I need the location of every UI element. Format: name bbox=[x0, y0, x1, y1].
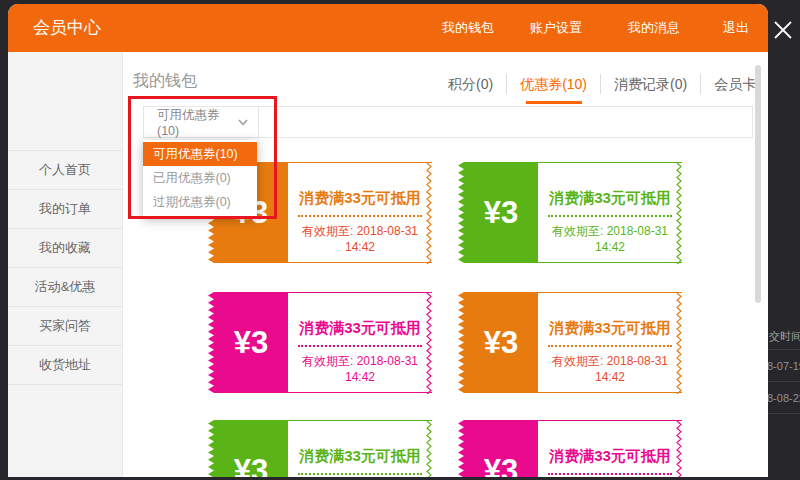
coupon-card: ¥3 消费满33元可抵用 有效期至: 2018-08-31 14:42 bbox=[458, 162, 688, 263]
coupon-divider bbox=[548, 473, 672, 475]
coupon-amount-block: ¥3 bbox=[464, 420, 538, 477]
dropdown-option-available-coupons[interactable]: 可用优惠券(10) bbox=[143, 142, 257, 166]
coupon-desc: 消费满33元可抵用 bbox=[288, 189, 432, 208]
modal-title: 会员中心 bbox=[33, 4, 101, 52]
sidebar-item-activities-promos[interactable]: 活动&优惠 bbox=[8, 268, 122, 307]
coupon-card: ¥3 消费满33元可抵用 有效期至: 2018-08-31 14:42 bbox=[458, 420, 688, 477]
coupon-details: 消费满33元可抵用 有效期至: 2018-08-31 14:42 bbox=[538, 162, 682, 263]
nav-item-account-settings[interactable]: 账户设置 bbox=[530, 4, 582, 52]
coupon-amount-block: ¥3 bbox=[214, 420, 288, 477]
sidebar-item-buyer-qa[interactable]: 买家问答 bbox=[8, 307, 122, 346]
tab-purchase-history[interactable]: 消费记录(0) bbox=[600, 74, 700, 94]
modal-header: 会员中心 我的钱包 账户设置 我的消息 退出 bbox=[8, 4, 768, 52]
coupon-filter-select[interactable]: 可用优惠券(10) bbox=[144, 107, 259, 137]
coupon-desc: 消费满33元可抵用 bbox=[288, 319, 432, 338]
coupon-card: ¥3 消费满33元可抵用 有效期至: 2018-08-31 14:42 bbox=[458, 292, 688, 393]
coupon-details: 消费满33元可抵用 有效期至: 2018-08-31 14:42 bbox=[538, 292, 682, 393]
coupon-divider bbox=[298, 345, 422, 347]
close-icon bbox=[773, 20, 793, 40]
coupon-validity: 有效期至: 2018-08-31 14:42 bbox=[538, 223, 682, 254]
nav-item-my-wallet[interactable]: 我的钱包 bbox=[442, 4, 494, 52]
coupon-validity: 有效期至: 2018-08-31 14:42 bbox=[538, 353, 682, 384]
scrollbar-thumb[interactable] bbox=[755, 65, 761, 303]
coupon-desc: 消费满33元可抵用 bbox=[538, 447, 682, 466]
tab-coupons[interactable]: 优惠券(10) bbox=[506, 74, 600, 94]
coupon-filter-dropdown-menu: 可用优惠券(10) 已用优惠券(0) 过期优惠券(0) bbox=[143, 140, 257, 218]
coupon-divider bbox=[548, 345, 672, 347]
coupon-amount: ¥3 bbox=[484, 325, 518, 361]
dropdown-option-expired-coupons[interactable]: 过期优惠券(0) bbox=[143, 190, 257, 214]
coupon-details: 消费满33元可抵用 有效期至: 2018-08-31 14:42 bbox=[288, 292, 432, 393]
coupon-amount: ¥3 bbox=[234, 325, 268, 361]
close-button[interactable] bbox=[769, 16, 797, 44]
background-table-cell: 8-08-22 bbox=[767, 392, 800, 404]
sidebar: 个人首页 我的订单 我的收藏 活动&优惠 买家问答 收货地址 bbox=[8, 52, 123, 477]
coupon-card: ¥3 消费满33元可抵用 有效期至: 2018-08-31 14:42 bbox=[208, 420, 438, 477]
coupon-amount-block: ¥3 bbox=[464, 292, 538, 393]
coupon-validity: 有效期至: 2018-08-31 14:42 bbox=[288, 353, 432, 384]
sidebar-menu: 个人首页 我的订单 我的收藏 活动&优惠 买家问答 收货地址 bbox=[8, 150, 122, 385]
chevron-down-icon bbox=[238, 119, 248, 126]
dropdown-option-used-coupons[interactable]: 已用优惠券(0) bbox=[143, 166, 257, 190]
background-table-divider bbox=[766, 349, 800, 350]
coupon-details: 消费满33元可抵用 有效期至: 2018-08-31 14:42 bbox=[538, 420, 682, 477]
coupon-filter-selected-value: 可用优惠券(10) bbox=[144, 107, 238, 138]
background-table-divider bbox=[766, 413, 800, 414]
coupon-details: 消费满33元可抵用 有效期至: 2018-08-31 14:42 bbox=[288, 420, 432, 477]
sidebar-item-profile-home[interactable]: 个人首页 bbox=[8, 150, 122, 190]
nav-item-logout[interactable]: 退出 bbox=[723, 4, 749, 52]
coupon-divider bbox=[298, 215, 422, 217]
background-table-header: 交时间 bbox=[769, 329, 800, 344]
sidebar-item-my-orders[interactable]: 我的订单 bbox=[8, 190, 122, 229]
nav-item-my-messages[interactable]: 我的消息 bbox=[628, 4, 680, 52]
coupon-amount: ¥3 bbox=[484, 195, 518, 231]
coupon-amount: ¥3 bbox=[234, 453, 268, 478]
coupon-amount: ¥3 bbox=[484, 453, 518, 478]
coupon-amount-block: ¥3 bbox=[214, 292, 288, 393]
coupon-amount-block: ¥3 bbox=[464, 162, 538, 263]
coupon-divider bbox=[548, 215, 672, 217]
coupon-divider bbox=[298, 473, 422, 475]
background-table-cell: 8-07-19 bbox=[767, 360, 800, 372]
coupon-desc: 消费满33元可抵用 bbox=[538, 319, 682, 338]
coupon-validity: 有效期至: 2018-08-31 14:42 bbox=[288, 223, 432, 254]
background-table-divider bbox=[766, 381, 800, 382]
page-title: 我的钱包 bbox=[133, 71, 197, 92]
sidebar-item-shipping-address[interactable]: 收货地址 bbox=[8, 346, 122, 385]
coupon-details: 消费满33元可抵用 有效期至: 2018-08-31 14:42 bbox=[288, 162, 432, 263]
sidebar-item-my-favorites[interactable]: 我的收藏 bbox=[8, 229, 122, 268]
coupon-card: ¥3 消费满33元可抵用 有效期至: 2018-08-31 14:42 bbox=[208, 292, 438, 393]
tab-points[interactable]: 积分(0) bbox=[435, 74, 506, 94]
coupon-desc: 消费满33元可抵用 bbox=[288, 447, 432, 466]
wallet-content: 我的钱包 积分(0) 优惠券(10) 消费记录(0) 会员卡 可用优惠券(10)… bbox=[123, 52, 768, 477]
coupon-filter-bar: 可用优惠券(10) bbox=[143, 106, 753, 138]
member-center-modal: 会员中心 我的钱包 账户设置 我的消息 退出 个人首页 我的订单 我的收藏 活动… bbox=[8, 4, 768, 477]
wallet-tabs: 积分(0) 优惠券(10) 消费记录(0) 会员卡 bbox=[435, 74, 768, 94]
coupon-desc: 消费满33元可抵用 bbox=[538, 189, 682, 208]
